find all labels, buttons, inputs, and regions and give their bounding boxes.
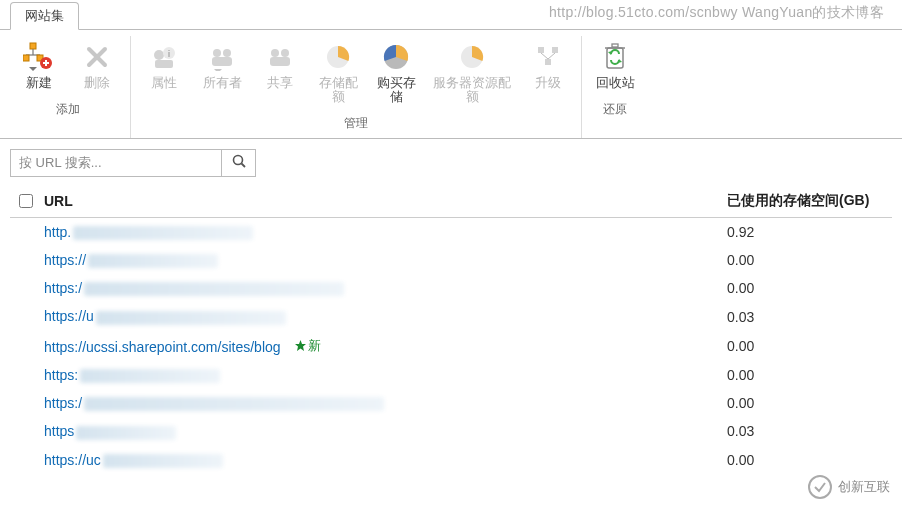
- row-storage: 0.00: [727, 252, 892, 268]
- storage-quota-label: 存储配额: [314, 77, 362, 105]
- row-url-cell: https:/: [40, 395, 727, 411]
- delete-icon: [81, 41, 113, 73]
- svg-marker-34: [617, 59, 622, 63]
- search-input[interactable]: [11, 150, 221, 176]
- site-url-link[interactable]: https: [44, 423, 74, 439]
- site-url-link[interactable]: http.: [44, 224, 71, 240]
- recycle-bin-label: 回收站: [596, 77, 635, 91]
- column-storage[interactable]: 已使用的存储空间(GB): [727, 192, 892, 210]
- search-icon: [231, 153, 247, 172]
- redacted-url: [84, 282, 344, 296]
- list-header: URL 已使用的存储空间(GB): [10, 187, 892, 218]
- svg-point-19: [271, 49, 279, 57]
- upgrade-button[interactable]: 升级: [521, 38, 575, 109]
- site-url-link[interactable]: https://: [44, 252, 86, 268]
- svg-point-16: [223, 49, 231, 57]
- svg-point-20: [281, 49, 289, 57]
- svg-rect-21: [270, 57, 290, 66]
- ribbon: 新建 删除 添加: [0, 30, 902, 139]
- redacted-url: [84, 397, 384, 411]
- table-row: https:/0.00: [10, 274, 892, 302]
- server-resource-label: 服务器资源配额: [430, 77, 514, 105]
- row-storage: 0.92: [727, 224, 892, 240]
- share-icon: [264, 41, 296, 73]
- group-manage-label: 管理: [344, 115, 368, 132]
- upgrade-icon: [532, 41, 564, 73]
- share-button[interactable]: 共享: [253, 38, 307, 109]
- properties-icon: i: [148, 41, 180, 73]
- server-resource-icon: [456, 41, 488, 73]
- server-resource-quota-button[interactable]: 服务器资源配额: [427, 38, 517, 109]
- select-all-checkbox[interactable]: [19, 194, 33, 208]
- purchase-storage-label: 购买存储: [372, 77, 420, 105]
- owners-button[interactable]: 所有者: [195, 38, 249, 109]
- tab-site-collections[interactable]: 网站集: [10, 2, 79, 30]
- new-badge: 新: [295, 337, 321, 355]
- svg-rect-3: [23, 55, 29, 61]
- properties-label: 属性: [151, 77, 177, 91]
- row-storage: 0.00: [727, 367, 892, 383]
- row-url-cell: https: [40, 423, 727, 439]
- table-row: https://0.00: [10, 246, 892, 274]
- site-url-link[interactable]: https://ucssi.sharepoint.com/sites/blog: [44, 338, 281, 354]
- group-restore-label: 还原: [603, 101, 627, 118]
- ribbon-group-manage: i 属性 所有者: [131, 36, 582, 138]
- svg-rect-26: [552, 47, 558, 53]
- svg-marker-8: [29, 67, 37, 71]
- ribbon-group-add: 新建 删除 添加: [6, 36, 131, 138]
- svg-marker-37: [295, 340, 306, 351]
- row-storage: 0.00: [727, 338, 892, 354]
- svg-line-36: [241, 164, 245, 168]
- recycle-bin-button[interactable]: 回收站: [588, 38, 642, 95]
- row-storage: 0.00: [727, 280, 892, 296]
- upgrade-label: 升级: [535, 77, 561, 91]
- storage-quota-button[interactable]: 存储配额: [311, 38, 365, 109]
- svg-point-35: [233, 156, 242, 165]
- column-url[interactable]: URL: [40, 193, 727, 209]
- site-url-link[interactable]: https://uc: [44, 452, 101, 468]
- redacted-url: [103, 454, 223, 468]
- svg-point-11: [154, 50, 164, 60]
- recycle-icon: [599, 41, 631, 73]
- purchase-storage-icon: [380, 41, 412, 73]
- redacted-url: [73, 226, 253, 240]
- owners-label: 所有者: [203, 77, 242, 91]
- svg-rect-17: [212, 57, 232, 66]
- list-body: http.0.92https://0.00https:/0.00https://…: [0, 218, 902, 474]
- ribbon-group-restore: 回收站 还原: [582, 36, 648, 138]
- properties-button[interactable]: i 属性: [137, 38, 191, 109]
- row-url-cell: https:/: [40, 280, 727, 296]
- row-storage: 0.00: [727, 452, 892, 468]
- search-button[interactable]: [221, 150, 255, 176]
- svg-rect-25: [538, 47, 544, 53]
- watermark-text: http://blog.51cto.com/scnbwy WangYuan的技术…: [549, 4, 884, 22]
- svg-point-15: [213, 49, 221, 57]
- delete-label: 删除: [84, 77, 110, 91]
- svg-text:i: i: [168, 49, 171, 59]
- redacted-url: [80, 369, 220, 383]
- new-button[interactable]: 新建: [12, 38, 66, 95]
- svg-rect-0: [30, 43, 36, 49]
- storage-quota-icon: [322, 41, 354, 73]
- redacted-url: [96, 311, 286, 325]
- table-row: http.0.92: [10, 218, 892, 246]
- group-add-label: 添加: [56, 101, 80, 118]
- row-url-cell: https://: [40, 252, 727, 268]
- svg-line-28: [541, 53, 548, 59]
- purchase-storage-button[interactable]: 购买存储: [369, 38, 423, 109]
- row-url-cell: https://u: [40, 308, 727, 324]
- row-storage: 0.00: [727, 395, 892, 411]
- redacted-url: [76, 426, 176, 440]
- site-url-link[interactable]: https:/: [44, 395, 82, 411]
- site-url-link[interactable]: https:: [44, 367, 78, 383]
- table-row: https://uc0.00: [10, 446, 892, 474]
- site-url-link[interactable]: https://u: [44, 308, 94, 324]
- footer-logo: 创新互联: [808, 475, 890, 499]
- delete-button[interactable]: 删除: [70, 38, 124, 95]
- footer-logo-text: 创新互联: [838, 478, 890, 496]
- new-icon: [23, 41, 55, 73]
- row-storage: 0.03: [727, 309, 892, 325]
- site-url-link[interactable]: https:/: [44, 280, 82, 296]
- footer-logo-icon: [808, 475, 832, 499]
- table-row: https0.03: [10, 417, 892, 445]
